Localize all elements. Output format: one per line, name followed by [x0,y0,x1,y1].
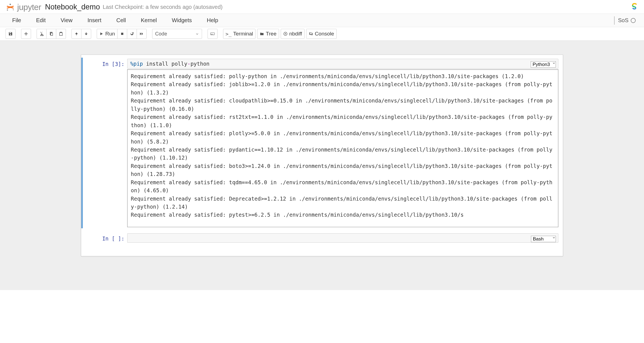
console-button[interactable]: Console [306,29,337,39]
svg-rect-4 [211,33,214,35]
code-token-magic: %pip [130,61,143,67]
menu-kernel[interactable]: Kernel [137,14,161,26]
code-input-area[interactable]: Bash [127,233,558,243]
menu-insert[interactable]: Insert [84,14,105,26]
cell-type-select[interactable]: Code [152,29,202,39]
terminal-button[interactable]: >_Terminal [223,29,256,39]
menu-cell[interactable]: Cell [113,14,130,26]
sos-logo-icon[interactable] [631,2,638,12]
input-prompt: In [ ]: [83,233,127,243]
menu-edit[interactable]: Edit [32,14,49,26]
paste-button[interactable] [56,29,66,39]
jupyter-logo[interactable]: jupyter [6,2,41,12]
menu-view[interactable]: View [57,14,76,26]
toolbar: Run Code >_Terminal Tree nbdiff Console [0,27,644,41]
notebook-name[interactable]: Notebook_demo [45,3,100,11]
tree-button-label: Tree [266,31,276,37]
svg-point-2 [13,9,14,10]
svg-point-1 [7,9,8,11]
console-icon [309,32,313,36]
nbdiff-button[interactable]: nbdiff [281,29,305,39]
svg-point-9 [285,33,286,34]
notebook-container: In [3]: %pip install polly-python Python… [81,55,563,256]
console-button-label: Console [315,31,334,37]
cut-button[interactable] [37,29,47,39]
notebook-background: In [3]: %pip install polly-python Python… [0,41,644,290]
run-button[interactable]: Run [97,29,117,39]
run-button-label: Run [105,31,115,37]
cell-kernel-select[interactable]: Python3 [531,61,556,68]
code-cell[interactable]: In [3]: %pip install polly-python Python… [81,58,558,228]
code-token-operator: - [187,61,190,67]
jupyter-icon [6,2,15,12]
restart-run-all-button[interactable] [137,29,147,39]
jupyter-logo-text: jupyter [17,2,41,12]
svg-rect-6 [212,34,213,35]
kernel-status-icon[interactable] [631,18,636,23]
svg-rect-5 [211,34,212,35]
move-up-button[interactable] [71,29,81,39]
menu-file[interactable]: File [8,14,25,26]
svg-rect-7 [213,34,213,35]
svg-rect-3 [121,33,123,35]
command-palette-button[interactable] [208,29,218,39]
kernel-indicator: SoS [614,16,636,25]
cell-type-select-wrap: Code [152,29,202,39]
svg-point-0 [9,4,11,5]
code-token: install polly [143,61,187,67]
menubar: File Edit View Insert Cell Kernel Widget… [0,14,644,27]
menu-help[interactable]: Help [203,14,222,26]
menu-widgets[interactable]: Widgets [168,14,196,26]
add-cell-button[interactable] [21,29,31,39]
restart-button[interactable] [127,29,137,39]
interrupt-button[interactable] [117,29,127,39]
terminal-icon: >_ [226,31,232,37]
nbdiff-button-label: nbdiff [289,31,302,37]
checkpoint-text: Last Checkpoint: a few seconds ago (auto… [103,4,223,10]
folder-icon [260,32,264,36]
code-cell[interactable]: In [ ]: Bash [81,232,558,244]
save-button[interactable] [6,29,16,39]
copy-button[interactable] [46,29,56,39]
code-input-area[interactable]: %pip install polly-python Python3 [127,59,558,69]
cell-kernel-select[interactable]: Bash [531,236,556,242]
kernel-name-label[interactable]: SoS [618,17,628,24]
diff-icon [283,32,288,36]
notebook-header: jupyter Notebook_demo Last Checkpoint: a… [0,0,644,14]
output-area[interactable]: Requirement already satisfied: polly-pyt… [127,69,558,227]
code-token: python [190,61,209,67]
input-prompt: In [3]: [83,59,127,227]
terminal-button-label: Terminal [233,31,253,37]
move-down-button[interactable] [81,29,91,39]
tree-button[interactable]: Tree [257,29,279,39]
